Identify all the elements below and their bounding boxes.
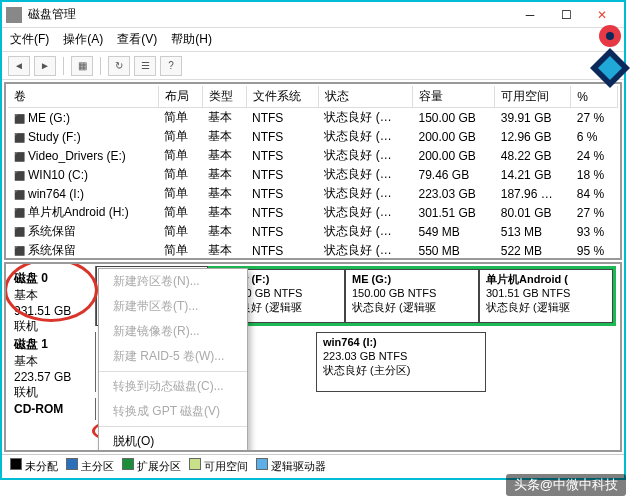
- legend-unalloc: 未分配: [25, 460, 58, 472]
- col-volume[interactable]: 卷: [8, 86, 158, 108]
- legend: 未分配 主分区 扩展分区 可用空间 逻辑驱动器: [2, 454, 624, 476]
- legend-extended: 扩展分区: [137, 460, 181, 472]
- refresh-button[interactable]: ↻: [108, 56, 130, 76]
- titlebar: 磁盘管理 ─ ☐ ✕: [2, 2, 624, 28]
- menu-file[interactable]: 文件(F): [10, 31, 49, 48]
- table-row[interactable]: win764 (I:)简单基本NTFS状态良好 (…223.03 GB187.9…: [8, 184, 618, 203]
- ctx-convert-dynamic: 转换到动态磁盘(C)...: [99, 374, 247, 399]
- brand-logo: [560, 22, 630, 92]
- menu-view[interactable]: 查看(V): [117, 31, 157, 48]
- disk0-type: 基本: [14, 287, 91, 304]
- partition-android[interactable]: 单片机Android ( 301.51 GB NTFS 状态良好 (逻辑驱: [479, 269, 613, 323]
- disk0-label: 磁盘 0: [14, 270, 91, 287]
- legend-logical: 逻辑驱动器: [271, 460, 326, 472]
- table-row[interactable]: 系统保留简单基本NTFS状态良好 (…550 MB522 MB95 %: [8, 241, 618, 260]
- volume-table: 卷 布局 类型 文件系统 状态 容量 可用空间 % ME (G:)简单基本NTF…: [8, 86, 618, 260]
- ctx-new-striped: 新建带区卷(T)...: [99, 294, 247, 319]
- partition-win764[interactable]: win764 (I:) 223.03 GB NTFS 状态良好 (主分区): [316, 332, 486, 392]
- ctx-offline[interactable]: 脱机(O): [99, 429, 247, 452]
- watermark: 头条@中微中科技: [506, 474, 626, 496]
- disk1-size: 223.57 GB: [14, 370, 91, 384]
- disk1-label: 磁盘 1: [14, 336, 91, 353]
- forward-button[interactable]: ►: [34, 56, 56, 76]
- svg-point-1: [606, 32, 614, 40]
- ctx-convert-gpt: 转换成 GPT 磁盘(V): [99, 399, 247, 424]
- disk1-info[interactable]: 磁盘 1 基本 223.57 GB 联机: [10, 332, 96, 392]
- menubar: 文件(F) 操作(A) 查看(V) 帮助(H): [2, 28, 624, 52]
- table-row[interactable]: Study (F:)简单基本NTFS状态良好 (…200.00 GB12.96 …: [8, 127, 618, 146]
- ctx-new-spanned: 新建跨区卷(N)...: [99, 269, 247, 294]
- menu-action[interactable]: 操作(A): [63, 31, 103, 48]
- list-view-button[interactable]: ☰: [134, 56, 156, 76]
- help-button[interactable]: ?: [160, 56, 182, 76]
- app-icon: [6, 7, 22, 23]
- disk1-type: 基本: [14, 353, 91, 370]
- minimize-button[interactable]: ─: [512, 3, 548, 27]
- legend-free: 可用空间: [204, 460, 248, 472]
- graphical-view: 磁盘 0 基本 931.51 GB 联机 Video_Drivers 200.0…: [4, 262, 622, 452]
- table-row[interactable]: ME (G:)简单基本NTFS状态良好 (…150.00 GB39.91 GB2…: [8, 108, 618, 128]
- col-capacity[interactable]: 容量: [412, 86, 494, 108]
- disk0-size: 931.51 GB: [14, 304, 91, 318]
- cdrom-info[interactable]: CD-ROM: [10, 398, 96, 420]
- ctx-new-mirrored: 新建镜像卷(R)...: [99, 319, 247, 344]
- cdrom-label: CD-ROM: [14, 402, 91, 416]
- table-row[interactable]: 系统保留简单基本NTFS状态良好 (…549 MB513 MB93 %: [8, 222, 618, 241]
- console-tree-button[interactable]: ▦: [71, 56, 93, 76]
- table-row[interactable]: Video_Drivers (E:)简单基本NTFS状态良好 (…200.00 …: [8, 146, 618, 165]
- context-menu: 新建跨区卷(N)... 新建带区卷(T)... 新建镜像卷(R)... 新建 R…: [98, 268, 248, 452]
- back-button[interactable]: ◄: [8, 56, 30, 76]
- ctx-new-raid5: 新建 RAID-5 卷(W)...: [99, 344, 247, 369]
- window-title: 磁盘管理: [28, 6, 512, 23]
- menu-help[interactable]: 帮助(H): [171, 31, 212, 48]
- col-layout[interactable]: 布局: [158, 86, 202, 108]
- table-row[interactable]: 单片机Android (H:)简单基本NTFS状态良好 (…301.51 GB8…: [8, 203, 618, 222]
- col-fs[interactable]: 文件系统: [246, 86, 318, 108]
- legend-primary: 主分区: [81, 460, 114, 472]
- table-row[interactable]: WIN10 (C:)简单基本NTFS状态良好 (…79.46 GB14.21 G…: [8, 165, 618, 184]
- col-type[interactable]: 类型: [202, 86, 246, 108]
- volume-list[interactable]: 卷 布局 类型 文件系统 状态 容量 可用空间 % ME (G:)简单基本NTF…: [4, 82, 622, 260]
- partition-me[interactable]: ME (G:) 150.00 GB NTFS 状态良好 (逻辑驱: [345, 269, 479, 323]
- toolbar: ◄ ► ▦ ↻ ☰ ?: [2, 52, 624, 80]
- col-status[interactable]: 状态: [318, 86, 412, 108]
- disk0-info[interactable]: 磁盘 0 基本 931.51 GB 联机: [10, 266, 96, 326]
